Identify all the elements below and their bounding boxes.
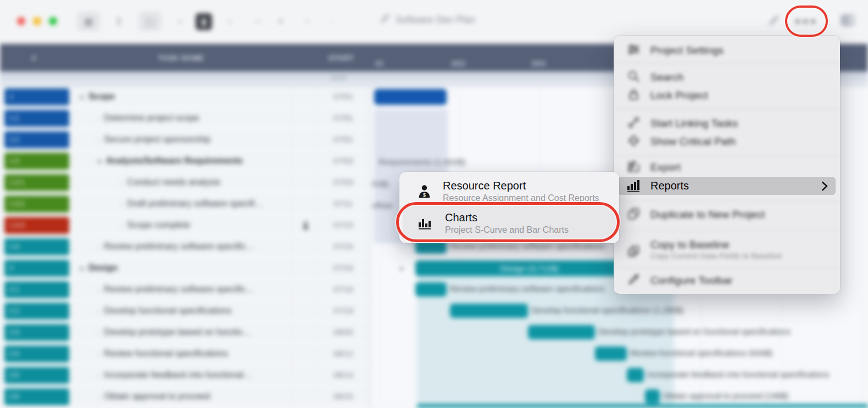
menu-item-subtitle: Copy Current Data Fields to Baseline: [650, 251, 840, 261]
gantt-bar[interactable]: [645, 389, 660, 404]
table-row[interactable]: 2.6○Obtain approval to proceed08/15: [0, 386, 370, 407]
submenu-item-title: Resource Report: [443, 180, 599, 192]
delete-task-button[interactable]: ×: [274, 12, 288, 31]
task-start-date: 07/16: [318, 258, 369, 278]
redo-button[interactable]: ·: [325, 12, 337, 31]
task-name: ▼Analysis/Software Requirements: [97, 150, 243, 172]
gantt-bar[interactable]: [528, 325, 595, 339]
reports-submenu: $ Resource Report Resource Assignment an…: [399, 172, 619, 243]
task-status-icon: ○: [97, 366, 100, 386]
table-row[interactable]: 1.3.2○Draft preliminary software specifi…: [0, 193, 370, 215]
annotate-icon[interactable]: [767, 14, 780, 30]
table-row[interactable]: 2.4○Review functional specifications08/1…: [0, 343, 370, 365]
context-menu: Project SettingsSearchLock ProjectStart …: [614, 36, 840, 294]
more-options-button[interactable]: [796, 20, 815, 23]
table-row[interactable]: 2▼Design07/16: [0, 258, 370, 279]
table-row[interactable]: 2.2○Develop functional specifications07/…: [0, 300, 370, 322]
submenu-item-charts[interactable]: Charts Project S-Curve and Bar Charts: [403, 206, 616, 240]
collapse-icon[interactable]: ▼: [97, 152, 102, 172]
unlink-button[interactable]: –: [252, 12, 265, 31]
column-header-number[interactable]: #: [32, 54, 36, 62]
table-row[interactable]: 1.2○Secure project sponsorship07/01: [0, 129, 370, 150]
task-id-badge: 1.3.1: [4, 174, 69, 191]
design-section-shade: [417, 275, 674, 408]
gantt-bar-label: Design (3,712$): [415, 260, 643, 276]
task-start-date: 08/14: [318, 365, 369, 385]
table-row[interactable]: 2.1○Review preliminary software specific…: [0, 279, 370, 300]
task-status-icon: ○: [97, 130, 100, 150]
table-row[interactable]: 1.3▼Analysis/Software Requirements07/03: [0, 150, 370, 172]
table-row[interactable]: 1.1○Determine project scope07/01: [0, 108, 370, 129]
menu-divider: [614, 230, 840, 230]
task-id-badge: 1.1: [4, 110, 69, 127]
zoom-button[interactable]: [49, 17, 57, 25]
task-status-icon: ○: [97, 344, 100, 365]
task-start-date: 07/16: [318, 279, 369, 300]
gantt-bar[interactable]: [595, 346, 627, 361]
timescale-year-label: 2024: [331, 74, 346, 82]
timescale-label: 03: [375, 59, 383, 68]
indent-button[interactable]: ›: [223, 12, 236, 31]
minimize-button[interactable]: [33, 17, 41, 25]
task-name: ○Develop functional specifications: [97, 300, 231, 322]
inspector-button[interactable]: ▢: [139, 12, 161, 31]
task-id-badge: 2.6: [4, 388, 69, 405]
task-start-date: 07/01: [318, 86, 369, 107]
task-name: ○Obtain approval to proceed: [97, 386, 210, 407]
collapse-icon[interactable]: ▼: [79, 87, 85, 108]
gantt-bar-label: Develop prototype based on functional sp…: [598, 327, 791, 336]
task-name: ○Review preliminary software specific…: [97, 279, 254, 300]
gantt-bar[interactable]: [415, 282, 447, 297]
gantt-label-fragment: 03$): [372, 179, 389, 189]
task-start-date: 08/05: [318, 322, 369, 343]
table-row[interactable]: 2.5○Incorporate feedback into functional…: [0, 365, 370, 386]
app-window: ▦↥▢‹▮›–×~· Software Dev Plan # TASK NAME…: [0, 0, 868, 408]
column-header-task[interactable]: TASK NAME: [158, 54, 204, 62]
table-row[interactable]: 1.3.1○Conduct needs analysis07/03: [0, 172, 370, 193]
gantt-bar[interactable]: [627, 368, 644, 382]
menu-item-configure-toolbar[interactable]: Configure Toolbar: [614, 272, 840, 289]
task-id-badge: 1.3.3: [4, 217, 69, 234]
task-id-badge: 2.4: [4, 345, 69, 362]
gantt-bar[interactable]: [417, 404, 868, 408]
task-id-badge: 1.4: [4, 238, 69, 255]
new-task-button[interactable]: ▮: [196, 13, 212, 30]
sidebar-toggle-icon[interactable]: [840, 14, 855, 29]
configure-toolbar-icon: [627, 273, 640, 288]
outdent-button[interactable]: ‹: [174, 12, 187, 31]
collapse-icon[interactable]: ▼: [79, 259, 85, 279]
gantt-bar[interactable]: [374, 89, 447, 105]
task-id-badge: 2.5: [4, 367, 69, 384]
gantt-bar[interactable]: [450, 304, 528, 318]
task-id-badge: 2: [4, 260, 69, 277]
table-row[interactable]: 1▼Scope07/01: [0, 86, 370, 108]
task-start-date: 07/16: [318, 236, 369, 257]
view-toggle-button[interactable]: ▦: [77, 12, 99, 31]
task-name: ○Determine project scope: [97, 108, 199, 129]
task-start-date: 07/01: [318, 129, 369, 150]
gantt-bar[interactable]: Design (3,712$): [415, 260, 643, 276]
task-name: ○Scope complete: [120, 215, 190, 236]
share-button[interactable]: ↥: [112, 12, 126, 31]
task-status-icon: ○: [97, 109, 100, 129]
baseline-icon: [627, 245, 640, 260]
edit-title-icon: [380, 14, 390, 26]
menu-divider: [614, 201, 840, 202]
task-status-icon: ○: [97, 323, 100, 343]
menu-item-duplicate-to-new-project[interactable]: Duplicate to New Project: [614, 206, 840, 223]
task-name: ○Secure project sponsorship: [97, 129, 210, 150]
undo-button[interactable]: ~: [301, 12, 314, 31]
document-title-group: Software Dev Plan: [380, 14, 475, 26]
table-row[interactable]: 2.3○Develop prototype based on functio…0…: [0, 322, 370, 343]
collapse-icon[interactable]: ▾: [400, 265, 403, 272]
menu-item-copy-to-baseline[interactable]: Copy to BaselineCopy Current Data Fields…: [614, 236, 840, 267]
gantt-label-fragment: Requirements (1,603$): [379, 157, 466, 167]
table-row[interactable]: 1.4○Review preliminary software specific…: [0, 236, 370, 258]
bar-chart-icon: [418, 217, 433, 230]
close-button[interactable]: [17, 17, 25, 25]
menu-item-label: Configure Toolbar: [650, 272, 840, 289]
task-start-date: 07/03: [318, 172, 369, 193]
column-header-start[interactable]: START: [329, 54, 354, 62]
table-row[interactable]: 1.3.3○Scope complete07/15: [0, 215, 370, 236]
submenu-item-resource-report[interactable]: $ Resource Report Resource Assignment an…: [403, 177, 616, 205]
